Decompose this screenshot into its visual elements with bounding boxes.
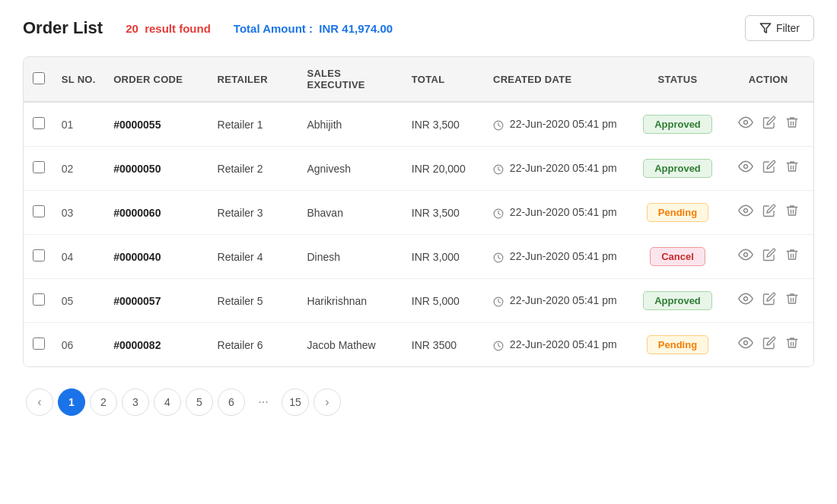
row-total: INR 20,000 — [404, 147, 485, 191]
row-sl: 01 — [54, 102, 106, 147]
page-button-6[interactable]: 6 — [218, 388, 245, 416]
result-label: result found — [145, 22, 211, 35]
row-action — [723, 235, 813, 279]
delete-icon[interactable] — [785, 116, 799, 133]
col-header-retailer: RETAILER — [210, 57, 300, 102]
table-header-row: SL NO. ORDER CODE RETAILER SALESEXECUTIV… — [24, 57, 813, 102]
row-exec: Agnivesh — [299, 147, 403, 191]
delete-icon[interactable] — [785, 336, 799, 353]
row-checkbox[interactable] — [33, 293, 45, 306]
action-icons — [730, 247, 806, 266]
row-checkbox[interactable] — [33, 205, 45, 217]
page-button-2[interactable]: 2 — [90, 388, 117, 416]
row-status: Approved — [632, 147, 723, 191]
row-code: #0000060 — [106, 191, 209, 235]
row-date: 22-Jun-2020 05:41 pm — [485, 235, 632, 279]
row-status: Pending — [632, 323, 723, 367]
view-icon[interactable] — [738, 159, 753, 178]
page-button-1[interactable]: 1 — [58, 388, 85, 416]
row-code: #0000050 — [106, 147, 209, 191]
header: Order List 20 result found Total Amount … — [23, 15, 814, 41]
svg-point-10 — [743, 297, 747, 301]
action-icons — [730, 115, 806, 134]
edit-icon[interactable] — [762, 116, 776, 133]
row-exec: Bhavan — [299, 191, 403, 235]
page-button-3[interactable]: 3 — [122, 388, 149, 416]
status-badge: Cancel — [650, 247, 705, 266]
row-exec: Dinesh — [299, 235, 403, 279]
row-date: 22-Jun-2020 05:41 pm — [485, 147, 632, 191]
delete-icon[interactable] — [785, 248, 799, 265]
row-status: Approved — [632, 279, 723, 323]
row-checkbox-cell — [24, 102, 54, 147]
view-icon[interactable] — [738, 247, 753, 266]
row-checkbox[interactable] — [33, 117, 45, 129]
row-status: Pending — [632, 191, 723, 235]
row-code: #0000055 — [106, 102, 209, 147]
edit-icon[interactable] — [762, 336, 776, 353]
row-sl: 03 — [54, 191, 106, 235]
col-header-code: ORDER CODE — [106, 57, 209, 102]
select-all-header — [24, 57, 54, 102]
row-total: INR 3,500 — [404, 191, 485, 235]
action-icons — [730, 203, 806, 222]
row-retailer: Retailer 3 — [210, 191, 300, 235]
table-row: 03 #0000060 Retailer 3 Bhavan INR 3,500 … — [24, 191, 813, 235]
delete-icon[interactable] — [785, 204, 799, 221]
view-icon[interactable] — [738, 115, 753, 134]
row-checkbox-cell — [24, 147, 54, 191]
row-exec: Harikrishnan — [299, 279, 403, 323]
row-checkbox-cell — [24, 235, 54, 279]
next-page-button[interactable]: › — [313, 388, 341, 416]
row-date: 22-Jun-2020 05:41 pm — [485, 323, 632, 367]
status-badge: Pending — [647, 203, 708, 222]
edit-icon[interactable] — [762, 292, 776, 309]
table-body: 01 #0000055 Retailer 1 Abhijith INR 3,50… — [24, 102, 813, 366]
row-retailer: Retailer 2 — [210, 147, 300, 191]
svg-point-2 — [743, 121, 747, 125]
total-value: INR 41,974.00 — [319, 22, 393, 35]
edit-icon[interactable] — [762, 160, 776, 177]
row-action — [723, 279, 813, 323]
view-icon[interactable] — [738, 335, 753, 354]
col-header-action: ACTION — [723, 57, 813, 102]
page-button-5[interactable]: 5 — [186, 388, 213, 416]
delete-icon[interactable] — [785, 292, 799, 309]
col-header-status: STATUS — [632, 57, 723, 102]
filter-button[interactable]: Filter — [745, 15, 814, 41]
clock-icon — [493, 296, 504, 307]
row-exec: Abhijith — [299, 102, 403, 147]
view-icon[interactable] — [738, 203, 753, 222]
table-row: 05 #0000057 Retailer 5 Harikrishnan INR … — [24, 279, 813, 323]
col-header-date: CREATED DATE — [485, 57, 632, 102]
total-label: Total Amount : — [234, 22, 313, 35]
status-badge: Approved — [643, 291, 712, 310]
prev-page-button[interactable]: ‹ — [26, 388, 53, 416]
row-checkbox-cell — [24, 323, 54, 367]
select-all-checkbox[interactable] — [33, 72, 45, 84]
status-badge: Pending — [647, 335, 708, 354]
row-sl: 04 — [54, 235, 106, 279]
row-date: 22-Jun-2020 05:41 pm — [485, 191, 632, 235]
row-checkbox[interactable] — [33, 249, 45, 262]
delete-icon[interactable] — [785, 160, 799, 177]
edit-icon[interactable] — [762, 204, 776, 221]
orders-table-wrapper: SL NO. ORDER CODE RETAILER SALESEXECUTIV… — [23, 56, 814, 367]
clock-icon — [493, 120, 504, 131]
row-retailer: Retailer 4 — [210, 235, 300, 279]
row-total: INR 5,000 — [404, 279, 485, 323]
row-retailer: Retailer 6 — [210, 323, 300, 367]
action-icons — [730, 291, 806, 310]
row-code: #0000040 — [106, 235, 209, 279]
row-checkbox[interactable] — [33, 338, 45, 350]
row-checkbox[interactable] — [33, 161, 45, 173]
page-button-15[interactable]: 15 — [282, 388, 309, 416]
filter-icon — [759, 22, 772, 34]
row-date: 22-Jun-2020 05:41 pm — [485, 102, 632, 147]
view-icon[interactable] — [738, 291, 753, 310]
edit-icon[interactable] — [762, 248, 776, 265]
action-icons — [730, 335, 806, 354]
row-action — [723, 147, 813, 191]
page-button-4[interactable]: 4 — [154, 388, 181, 416]
filter-label: Filter — [776, 22, 800, 34]
